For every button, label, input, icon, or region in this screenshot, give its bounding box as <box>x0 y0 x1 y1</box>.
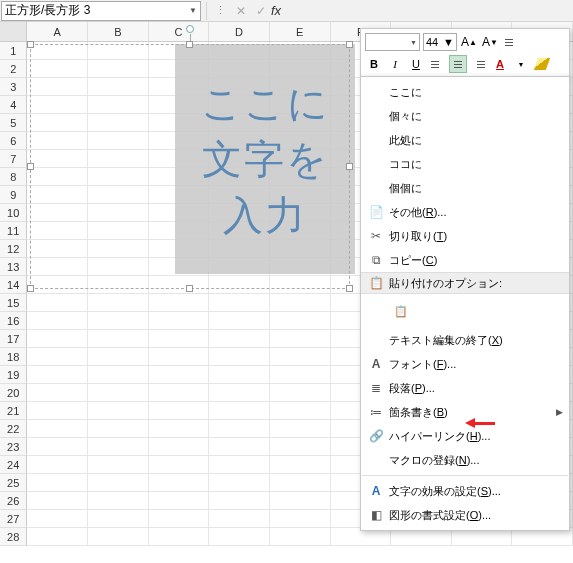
cell[interactable] <box>149 402 210 420</box>
cell[interactable] <box>149 294 210 312</box>
font-color-button[interactable]: A <box>491 55 509 73</box>
cell[interactable] <box>209 348 270 366</box>
row-header[interactable]: 5 <box>0 114 27 132</box>
grip-icon[interactable]: ⋮ <box>211 4 231 17</box>
font-size-select[interactable]: 44▼ <box>423 33 457 51</box>
ime-candidate[interactable]: ここに <box>361 80 569 104</box>
cell[interactable] <box>27 456 88 474</box>
cell[interactable] <box>149 492 210 510</box>
indent-icon[interactable] <box>502 33 520 51</box>
cell[interactable] <box>209 456 270 474</box>
fx-icon[interactable]: fx <box>271 3 281 18</box>
cell[interactable] <box>27 492 88 510</box>
cell[interactable] <box>209 384 270 402</box>
italic-button[interactable]: I <box>386 55 404 73</box>
cell[interactable] <box>270 510 331 528</box>
underline-button[interactable]: U <box>407 55 425 73</box>
cell[interactable] <box>149 438 210 456</box>
row-header[interactable]: 26 <box>0 492 27 510</box>
cell[interactable] <box>27 420 88 438</box>
resize-handle[interactable] <box>346 41 353 48</box>
selected-shape[interactable] <box>30 44 350 289</box>
bold-button[interactable]: B <box>365 55 383 73</box>
row-header[interactable]: 6 <box>0 132 27 150</box>
cell[interactable] <box>149 384 210 402</box>
cell[interactable] <box>27 402 88 420</box>
cell[interactable] <box>149 474 210 492</box>
resize-handle[interactable] <box>186 41 193 48</box>
menu-copy[interactable]: ⧉コピー(C) <box>361 248 569 272</box>
cell[interactable] <box>88 366 149 384</box>
format-painter-button[interactable] <box>533 55 551 73</box>
cell[interactable] <box>149 330 210 348</box>
row-header[interactable]: 15 <box>0 294 27 312</box>
cell[interactable] <box>149 510 210 528</box>
row-header[interactable]: 20 <box>0 384 27 402</box>
cell[interactable] <box>209 438 270 456</box>
cell[interactable] <box>209 474 270 492</box>
row-header[interactable]: 3 <box>0 78 27 96</box>
cell[interactable] <box>270 294 331 312</box>
col-header[interactable]: B <box>88 22 149 41</box>
cell[interactable] <box>270 312 331 330</box>
cell[interactable] <box>88 438 149 456</box>
cell[interactable] <box>88 294 149 312</box>
row-header[interactable]: 25 <box>0 474 27 492</box>
row-header[interactable]: 7 <box>0 150 27 168</box>
row-header[interactable]: 1 <box>0 42 27 60</box>
cell[interactable] <box>88 330 149 348</box>
chevron-down-icon[interactable]: ▼ <box>189 6 197 15</box>
cell[interactable] <box>27 348 88 366</box>
cell[interactable] <box>27 528 88 546</box>
row-header[interactable]: 4 <box>0 96 27 114</box>
align-left-button[interactable] <box>428 55 446 73</box>
cell[interactable] <box>27 366 88 384</box>
row-header[interactable]: 10 <box>0 204 27 222</box>
cell[interactable] <box>149 312 210 330</box>
cell[interactable] <box>270 528 331 546</box>
menu-cut[interactable]: ✂切り取り(T) <box>361 224 569 248</box>
row-header[interactable]: 24 <box>0 456 27 474</box>
name-box[interactable]: 正方形/長方形 3 ▼ <box>1 1 201 21</box>
cell[interactable] <box>27 294 88 312</box>
grow-font-button[interactable]: A▲ <box>460 33 478 51</box>
col-header[interactable]: A <box>27 22 88 41</box>
cell[interactable] <box>27 474 88 492</box>
align-right-button[interactable] <box>470 55 488 73</box>
ime-candidate[interactable]: 個々に <box>361 104 569 128</box>
cell[interactable] <box>149 528 210 546</box>
align-center-button[interactable] <box>449 55 467 73</box>
cell[interactable] <box>209 402 270 420</box>
row-header[interactable]: 12 <box>0 240 27 258</box>
cell[interactable] <box>88 492 149 510</box>
row-header[interactable]: 27 <box>0 510 27 528</box>
cell[interactable] <box>209 510 270 528</box>
cell[interactable] <box>149 348 210 366</box>
resize-handle[interactable] <box>346 163 353 170</box>
cell[interactable] <box>270 492 331 510</box>
cell[interactable] <box>27 384 88 402</box>
chevron-down-icon[interactable]: ▼ <box>512 55 530 73</box>
cell[interactable] <box>88 402 149 420</box>
menu-paragraph[interactable]: ≣段落(P)... <box>361 376 569 400</box>
row-header[interactable]: 23 <box>0 438 27 456</box>
cell[interactable] <box>270 330 331 348</box>
cell[interactable] <box>270 420 331 438</box>
cell[interactable] <box>88 384 149 402</box>
cell[interactable] <box>149 420 210 438</box>
row-header[interactable]: 22 <box>0 420 27 438</box>
cell[interactable] <box>27 330 88 348</box>
row-header[interactable]: 8 <box>0 168 27 186</box>
cell[interactable] <box>27 438 88 456</box>
row-header[interactable]: 21 <box>0 402 27 420</box>
row-header[interactable]: 2 <box>0 60 27 78</box>
resize-handle[interactable] <box>346 285 353 292</box>
row-header[interactable]: 19 <box>0 366 27 384</box>
font-name-select[interactable]: ▼ <box>365 33 420 51</box>
col-header[interactable]: E <box>270 22 331 41</box>
row-header[interactable]: 17 <box>0 330 27 348</box>
cell[interactable] <box>209 420 270 438</box>
select-all-corner[interactable] <box>0 22 27 41</box>
cell[interactable] <box>27 312 88 330</box>
ime-candidate[interactable]: ココに <box>361 152 569 176</box>
